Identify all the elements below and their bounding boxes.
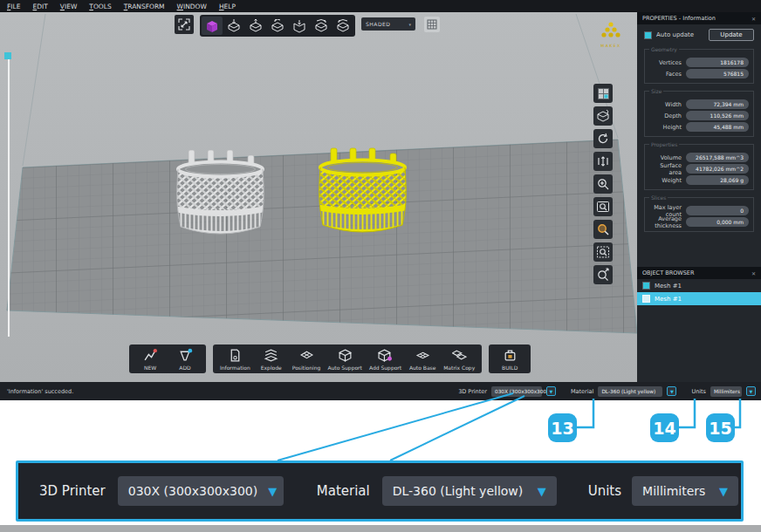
chevron-down-icon: ▾ <box>408 22 411 27</box>
add-support-icon <box>378 348 393 363</box>
zoom-window-button[interactable] <box>593 197 613 216</box>
brand-logo-icon <box>600 21 622 40</box>
callout-badge-15: 15 <box>706 413 735 442</box>
add-label: ADD <box>179 365 190 371</box>
positioning-button[interactable]: Positioning <box>291 348 323 371</box>
brand-logo-text: MAKEX <box>595 44 627 48</box>
material-dropdown-arrow[interactable]: ▼ <box>667 386 676 396</box>
auto-support-button[interactable]: Auto Support <box>326 348 364 371</box>
pan-view-button[interactable] <box>593 152 613 171</box>
object-browser-item-mesh1[interactable]: Mesh #1 <box>637 279 761 292</box>
printer-combo[interactable]: 030X (300x300x300) <box>491 386 542 397</box>
material-value-zoomed: DL-360 (Light yellow) <box>393 484 524 498</box>
units-combo[interactable]: Millimiters <box>710 386 742 397</box>
slices-group: Slices Max layer count 0 Average thickne… <box>644 197 754 232</box>
close-icon[interactable]: ✕ <box>751 16 756 22</box>
add-support-label: Add Support <box>369 365 401 371</box>
zoom-extents-button[interactable] <box>593 265 613 284</box>
width-label: Width <box>665 101 682 108</box>
units-combo-zoomed: Millimiters ▼ <box>632 476 738 506</box>
build-button[interactable]: BUILD <box>494 348 525 371</box>
vertical-ruler <box>8 59 10 337</box>
import-view-button[interactable] <box>223 17 244 35</box>
printer-value-zoomed: 030X (300x300x300) <box>128 484 257 498</box>
export-view-button[interactable] <box>245 17 266 35</box>
zoom-region-button[interactable] <box>593 242 613 262</box>
faces-value: 576815 <box>686 69 749 78</box>
mesh-visibility-checkbox[interactable] <box>642 282 650 290</box>
add-support-button[interactable]: Add Support <box>367 348 403 371</box>
surface-area-row: Surface area 41782,026 mm^2 <box>649 163 749 174</box>
auto-update-row: Auto update Update <box>637 24 761 44</box>
status-bar-controls: 3D Printer 030X (300x300x300) ▼ Material… <box>458 386 756 397</box>
new-button[interactable]: NEW <box>134 348 166 371</box>
auto-update-label: Auto update <box>656 31 694 38</box>
status-bar: 'Information' succeded. 3D Printer 030X … <box>0 382 761 400</box>
mesh-visibility-checkbox[interactable] <box>642 295 650 303</box>
matrix-copy-icon <box>452 348 467 363</box>
units-label: Units <box>691 388 706 395</box>
render-mode-dropdown[interactable]: SHADED ▾ <box>361 17 415 31</box>
rotate-view-icon <box>596 132 610 146</box>
menu-file[interactable]: FILE <box>7 3 20 10</box>
fit-view-button[interactable] <box>175 15 194 34</box>
material-combo[interactable]: DL-360 (Light yellow) <box>598 386 662 397</box>
information-button[interactable]: Information <box>218 348 252 371</box>
depth-row: Depth 110,526 mm <box>649 110 749 121</box>
build-group: BUILD <box>489 344 531 373</box>
update-button[interactable]: Update <box>709 29 754 41</box>
bottom-view-button[interactable] <box>289 17 310 35</box>
slices-group-title: Slices <box>649 194 668 201</box>
chevron-down-icon: ▼ <box>719 485 728 498</box>
navigation-toolbar <box>593 84 613 284</box>
build-platform-scene <box>0 12 637 382</box>
shaded-view-button[interactable] <box>202 17 223 35</box>
explode-button[interactable]: Explode <box>256 348 287 371</box>
menu-tools[interactable]: TOOLS <box>89 3 111 10</box>
top-view-button[interactable] <box>267 17 288 35</box>
shaded-cube-icon <box>205 19 219 33</box>
magnified-settings-panel: 3D Printer 030X (300x300x300) ▼ Material… <box>16 460 744 522</box>
viewport-3d[interactable]: SHADED ▾ MAKEX <box>0 12 637 382</box>
volume-label: Volume <box>661 154 682 161</box>
rotate-left-view-button[interactable] <box>333 17 353 35</box>
width-value: 72,394 mm <box>686 99 749 109</box>
geometry-group-title: Geometry <box>649 46 679 52</box>
auto-update-checkbox[interactable] <box>644 31 652 39</box>
menu-view[interactable]: VIEW <box>60 3 78 10</box>
printer-label-zoomed: 3D Printer <box>39 483 106 499</box>
ruler-marker <box>4 52 11 59</box>
rotate-view-button[interactable] <box>593 129 613 148</box>
printer-label: 3D Printer <box>458 388 487 395</box>
matrix-copy-button[interactable]: Matrix Copy <box>442 348 476 371</box>
close-icon[interactable]: ✕ <box>751 270 756 276</box>
grid-toggle-button[interactable] <box>424 17 440 32</box>
zoom-object-button[interactable] <box>593 220 613 239</box>
positioning-label: Positioning <box>292 365 321 371</box>
material-label-zoomed: Material <box>317 483 370 499</box>
mesh-white-cuff[interactable] <box>175 150 266 238</box>
view-toolbar: SHADED ▾ <box>175 15 440 37</box>
action-toolbar: NEW ADD Information <box>129 344 531 373</box>
menu-window[interactable]: WINDOW <box>177 3 207 10</box>
units-dropdown-arrow[interactable]: ▼ <box>746 386 756 396</box>
application-window: FILE EDIT VIEW TOOLS TRANSFORM WINDOW HE… <box>0 0 761 532</box>
zoom-in-button[interactable] <box>593 174 613 194</box>
positioning-icon <box>299 348 314 363</box>
printer-dropdown-arrow[interactable]: ▼ <box>546 386 556 396</box>
view-box-button[interactable] <box>593 106 613 126</box>
object-browser-item-mesh1-selected[interactable]: Mesh #1 <box>637 292 761 305</box>
rotate-right-view-button[interactable] <box>311 17 332 35</box>
mesh-yellow-cuff[interactable] <box>317 148 408 236</box>
viewport-layout-button[interactable] <box>593 84 613 103</box>
mesh-name: Mesh #1 <box>655 296 682 303</box>
add-button[interactable]: ADD <box>169 348 201 371</box>
menu-help[interactable]: HELP <box>219 3 236 10</box>
menu-transform[interactable]: TRANSFORM <box>124 3 165 10</box>
view-orientation-group <box>200 15 355 37</box>
rotate-left-view-icon <box>336 19 350 33</box>
auto-base-icon <box>415 348 430 363</box>
menu-edit[interactable]: EDIT <box>32 3 47 10</box>
auto-base-button[interactable]: Auto Base <box>407 348 438 371</box>
faces-row: Faces 576815 <box>649 68 749 79</box>
